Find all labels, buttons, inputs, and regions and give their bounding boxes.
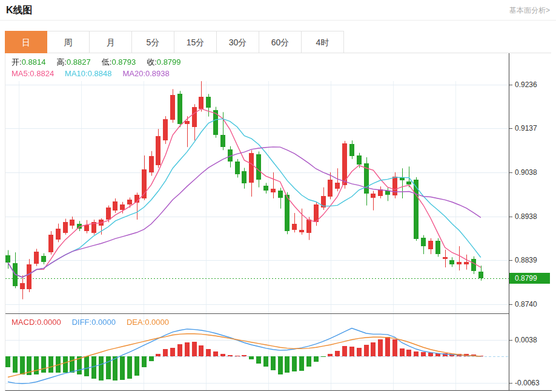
macd-item-2: DEA:0.0000: [127, 318, 169, 327]
macd-legend: MACD:0.0000DIFF:0.0000DEA:0.0000: [12, 318, 180, 327]
ohlc-item-3: 收:0.8799: [147, 57, 180, 67]
tab-interval-30分[interactable]: 30分: [217, 31, 259, 53]
tab-interval-周[interactable]: 周: [47, 31, 90, 53]
tab-interval-4时[interactable]: 4时: [302, 31, 344, 53]
fundamental-analysis-link[interactable]: 基本面分析>: [509, 5, 550, 16]
interval-tabbar: 日周月5分15分30分60分4时: [5, 31, 551, 53]
header-divider: [0, 20, 556, 21]
tab-interval-15分[interactable]: 15分: [174, 31, 217, 53]
macd-tick-0: 0.0038: [509, 336, 552, 344]
price-tick-5: 0.8740: [509, 300, 552, 309]
ohlc-item-0: 开:0.8814: [12, 57, 45, 67]
macd-item-1: DIFF:0.0000: [72, 318, 116, 327]
ma-item-0: MA5:0.8824: [12, 69, 54, 78]
tab-interval-5分[interactable]: 5分: [132, 31, 174, 53]
price-tick-0: 0.9236: [509, 80, 552, 89]
price-tick-3: 0.8938: [509, 212, 552, 221]
ohlc-legend: 开:0.8814高:0.8827低:0.8793收:0.8799: [12, 57, 192, 68]
header: K线图 基本面分析>: [0, 0, 556, 20]
price-tick-1: 0.9137: [509, 124, 552, 132]
chart-container: 开:0.8814高:0.8827低:0.8793收:0.8799 MA5:0.8…: [5, 53, 552, 391]
macd-tick-1: -0.0063: [509, 379, 552, 387]
price-tick-2: 0.9038: [509, 168, 552, 177]
tab-interval-月[interactable]: 月: [90, 31, 132, 53]
page-title: K线图: [6, 4, 33, 17]
price-tick-4: 0.8839: [509, 256, 552, 264]
price-axis: 0.92360.91370.90380.89380.88390.87400.00…: [509, 53, 552, 390]
tab-interval-日[interactable]: 日: [5, 31, 47, 53]
ma-legend: MA5:0.8824MA10:0.8848MA20:0.8938: [12, 69, 180, 78]
ma-item-2: MA20:0.8938: [122, 69, 169, 78]
ohlc-item-2: 低:0.8793: [102, 57, 136, 67]
kline-chart-canvas[interactable]: [5, 53, 509, 390]
kline-page: K线图 基本面分析> 日周月5分15分30分60分4时 开:0.8814高:0.…: [0, 0, 556, 392]
ohlc-item-1: 高:0.8827: [56, 57, 90, 67]
tab-interval-60分[interactable]: 60分: [259, 31, 302, 53]
current-price-badge: 0.8799: [509, 273, 550, 284]
ma-item-1: MA10:0.8848: [65, 69, 111, 78]
macd-item-0: MACD:0.0000: [12, 318, 61, 327]
